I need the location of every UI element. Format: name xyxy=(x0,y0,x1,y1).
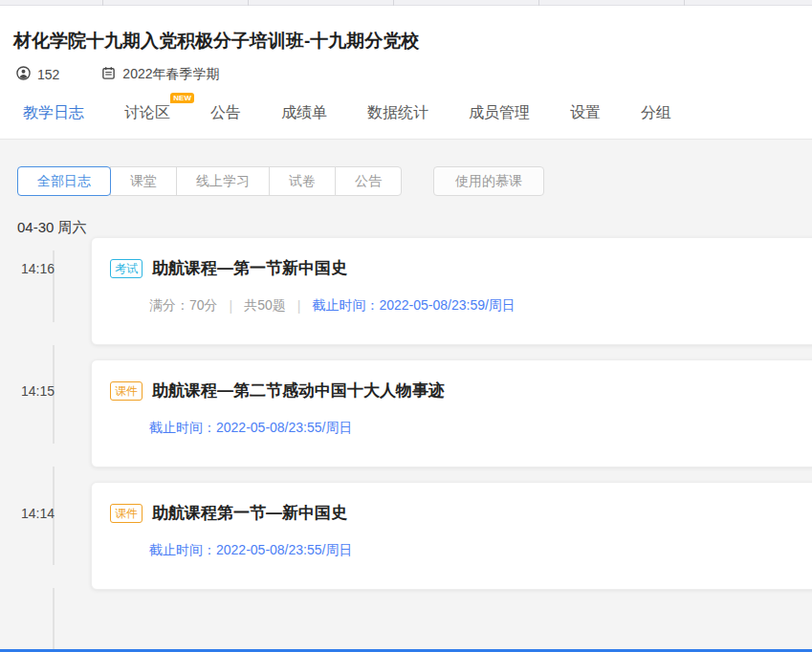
deadline-value: 2022-05-08/23:55/周日 xyxy=(216,542,352,559)
deadline-label: 截止时间： xyxy=(149,420,216,437)
entry-title-row: 课件 助航课程第一节—新中国史 xyxy=(92,483,812,524)
tab-settings[interactable]: 设置 xyxy=(570,103,601,122)
log-card-exam[interactable]: 考试 助航课程—第一节新中国史 满分：70分 | 共50题 | 截止时间： 20… xyxy=(91,237,812,345)
deadline-label: 截止时间： xyxy=(312,297,379,315)
date-header: 04-30 周六 xyxy=(17,218,812,237)
entry-time: 14:16 xyxy=(21,261,55,276)
timeline-line-gap xyxy=(52,565,55,588)
top-strip-divider xyxy=(684,0,685,6)
timeline: 14:16 考试 助航课程—第一节新中国史 满分：70分 | 共50题 | 截止… xyxy=(0,237,812,652)
semester: 2022年春季学期 xyxy=(101,66,219,83)
top-strip-divider xyxy=(248,0,249,6)
tab-statistics[interactable]: 数据统计 xyxy=(367,103,428,122)
top-strip-divider xyxy=(393,0,394,6)
entry-meta-row: 满分：70分 | 共50题 | 截止时间： 2022-05-08/23:59/周… xyxy=(149,297,800,315)
log-card-courseware[interactable]: 课件 助航课程—第二节感动中国十大人物事迹 截止时间： 2022-05-08/2… xyxy=(91,359,812,467)
tab-bar: 教学日志 讨论区 NEW 公告 成绩单 数据统计 成员管理 设置 分组 xyxy=(0,103,812,140)
clipped-top-strip xyxy=(0,0,812,6)
entry-meta-row: 截止时间： 2022-05-08/23:55/周日 xyxy=(149,420,800,437)
filter-announcement[interactable]: 公告 xyxy=(335,166,402,196)
timeline-line-gap xyxy=(52,444,55,467)
page-title: 材化学院十九期入党积极分子培训班-十九期分党校 xyxy=(0,6,812,52)
full-score: 满分：70分 xyxy=(149,297,218,315)
timeline-entry: 14:14 课件 助航课程第一节—新中国史 截止时间： 2022-05-08/2… xyxy=(91,482,812,590)
log-card-courseware[interactable]: 课件 助航课程第一节—新中国史 截止时间： 2022-05-08/23:55/周… xyxy=(91,482,812,590)
tab-discussion[interactable]: 讨论区 NEW xyxy=(124,103,170,122)
student-count-value: 152 xyxy=(37,67,59,82)
top-strip-divider xyxy=(102,0,103,6)
filter-online-learning[interactable]: 线上学习 xyxy=(176,166,270,196)
deadline-label: 截止时间： xyxy=(149,542,216,559)
course-info-row: 152 2022年春季学期 xyxy=(16,66,812,83)
entry-title-row: 课件 助航课程—第二节感动中国十大人物事迹 xyxy=(92,360,812,402)
tab-members[interactable]: 成员管理 xyxy=(469,103,530,122)
entry-title[interactable]: 助航课程—第二节感动中国十大人物事迹 xyxy=(152,380,445,402)
course-page: 材化学院十九期入党积极分子培训班-十九期分党校 152 2022年春季学期 教学… xyxy=(0,0,812,652)
top-strip-divider xyxy=(538,0,539,6)
exam-badge: 考试 xyxy=(110,259,143,278)
timeline-entry: 14:16 考试 助航课程—第一节新中国史 满分：70分 | 共50题 | 截止… xyxy=(91,237,812,345)
entry-title[interactable]: 助航课程—第一节新中国史 xyxy=(152,258,347,279)
student-count: 152 xyxy=(16,66,59,83)
semester-value: 2022年春季学期 xyxy=(122,66,219,83)
entry-time: 14:15 xyxy=(21,383,55,399)
deadline-value: 2022-05-08/23:59/周日 xyxy=(379,297,515,315)
person-icon xyxy=(16,66,31,83)
meta-separator: | xyxy=(230,298,233,314)
meta-separator: | xyxy=(297,298,301,314)
calendar-icon xyxy=(101,66,116,83)
tab-announcement[interactable]: 公告 xyxy=(210,103,241,122)
tab-groups[interactable]: 分组 xyxy=(641,103,671,122)
courseware-badge: 课件 xyxy=(110,381,143,401)
log-filter-group: 全部日志 课堂 线上学习 试卷 公告 xyxy=(17,166,402,196)
timeline-entry: 14:15 课件 助航课程—第二节感动中国十大人物事迹 截止时间： 2022-0… xyxy=(91,359,812,467)
new-badge: NEW xyxy=(170,93,194,103)
filter-row: 全部日志 课堂 线上学习 试卷 公告 使用的慕课 xyxy=(17,166,812,196)
filter-classroom[interactable]: 课堂 xyxy=(110,166,177,196)
tab-gradebook[interactable]: 成绩单 xyxy=(281,103,327,122)
entry-time: 14:14 xyxy=(21,506,55,521)
courseware-badge: 课件 xyxy=(110,504,143,523)
entry-title[interactable]: 助航课程第一节—新中国史 xyxy=(152,503,347,524)
question-count: 共50题 xyxy=(244,297,286,315)
used-mooc-button[interactable]: 使用的慕课 xyxy=(433,166,544,196)
log-content-area: 全部日志 课堂 线上学习 试卷 公告 使用的慕课 04-30 周六 14:16 … xyxy=(0,140,812,652)
entry-meta-row: 截止时间： 2022-05-08/23:55/周日 xyxy=(149,542,800,559)
filter-all-logs[interactable]: 全部日志 xyxy=(17,166,111,196)
deadline-value: 2022-05-08/23:55/周日 xyxy=(216,420,352,437)
filter-exam-paper[interactable]: 试卷 xyxy=(269,166,336,196)
entry-title-row: 考试 助航课程—第一节新中国史 xyxy=(92,238,812,279)
timeline-line-gap xyxy=(52,322,55,345)
tab-teaching-log[interactable]: 教学日志 xyxy=(23,103,84,122)
course-header: 材化学院十九期入党积极分子培训班-十九期分党校 152 2022年春季学期 教学… xyxy=(0,6,812,140)
